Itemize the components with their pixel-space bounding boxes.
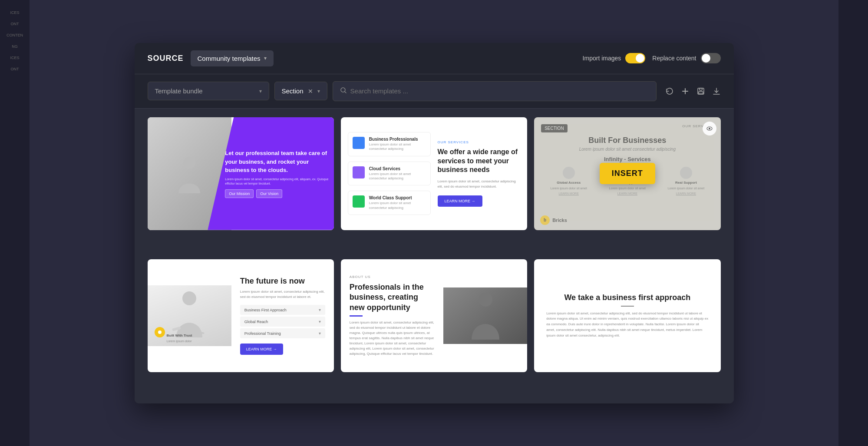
svg-rect-5	[700, 88, 702, 90]
side-panel-left: ICES ONT CONTEN NG ICES ONT	[0, 0, 30, 446]
accordion-label-3: Professional Training	[244, 331, 281, 336]
template-card-4[interactable]: Built With Trust Lorem ipsum dolor The f…	[148, 259, 334, 372]
template-card-1[interactable]: Let our professional team take care of y…	[148, 117, 334, 230]
import-images-label: Import images	[583, 55, 621, 62]
accordion-item-1[interactable]: Business First Approach ▾	[240, 305, 325, 315]
svg-point-11	[709, 128, 710, 129]
template-bundle-dropdown[interactable]: Template bundle ▾	[148, 82, 269, 100]
card-1-vision-btn[interactable]: Our Vision	[256, 189, 282, 198]
section-filter-label: Section	[282, 87, 304, 95]
card-6-heading: We take a business first approach	[564, 293, 690, 302]
section-filter-chevron: ▾	[317, 88, 320, 94]
side-item-5: ICES	[0, 54, 30, 62]
chevron-down-icon: ▾	[264, 55, 267, 61]
template-card-2[interactable]: Business Professionals Lorem ipsum dolor…	[341, 117, 527, 230]
card-2-heading: We offer a wide range of services to mee…	[438, 148, 521, 175]
template-modal: SOURCE Community templates ▾ Import imag…	[135, 43, 734, 403]
accordion-label-2: Global Reach	[244, 320, 268, 324]
accordion-arrow-1: ▾	[319, 307, 321, 312]
service-text-2: Cloud Services Lorem ipsum dolor sit ame…	[369, 166, 426, 181]
service-icon-1	[353, 137, 365, 149]
service-title-2: Cloud Services	[369, 166, 426, 171]
header-left: SOURCE Community templates ▾	[148, 50, 274, 66]
replace-content-toggle[interactable]	[701, 53, 721, 63]
search-input[interactable]	[350, 87, 649, 95]
template-grid: Let our professional team take care of y…	[135, 109, 734, 403]
card-1-tagline: Let our professional team take care of y…	[225, 149, 330, 185]
card-4-accordion: Business First Approach ▾ Global Reach ▾…	[240, 305, 325, 338]
template-bundle-chevron: ▾	[259, 88, 262, 94]
service-text-1: Business Professionals Lorem ipsum dolor…	[369, 137, 426, 152]
import-images-toggle[interactable]	[625, 53, 645, 63]
toolbar-icons	[665, 87, 721, 96]
card-4-content: The future is now Lorem ipsum dolor sit …	[231, 268, 334, 363]
card-5-divider	[350, 315, 363, 317]
search-icon	[340, 87, 347, 96]
side-item-4: NG	[0, 43, 30, 50]
add-icon[interactable]	[681, 87, 690, 96]
service-desc-2: Lorem ipsum dolor sit amet consectetur a…	[369, 172, 426, 181]
svg-point-16	[479, 293, 492, 307]
source-label: SOURCE	[148, 54, 184, 63]
template-card-5[interactable]: ABOUT US Professionals in the business, …	[341, 259, 527, 372]
accordion-label-1: Business First Approach	[244, 308, 287, 312]
service-title-1: Business Professionals	[369, 137, 426, 142]
card-1-content: Let our professional team take care of y…	[148, 117, 334, 230]
import-images-toggle-group: Import images	[583, 53, 646, 63]
accordion-item-3[interactable]: Professional Training ▾	[240, 328, 325, 338]
service-item-2: Cloud Services Lorem ipsum dolor sit ame…	[348, 162, 431, 186]
side-panel-right	[838, 0, 868, 446]
service-icon-3	[353, 195, 365, 208]
refresh-icon[interactable]	[665, 87, 674, 96]
eye-preview-button[interactable]	[703, 122, 716, 135]
service-desc-1: Lorem ipsum dolor sit amet consectetur a…	[369, 142, 426, 152]
community-dropdown-label: Community templates	[198, 55, 261, 62]
service-icon-2	[353, 166, 365, 178]
svg-line-1	[345, 92, 346, 93]
section-filter-clear[interactable]: ✕	[307, 88, 314, 95]
section-filter-tag[interactable]: Section ✕ ▾	[274, 82, 327, 100]
template-card-6[interactable]: We take a business first approach Lorem …	[534, 259, 720, 372]
card-4-cta[interactable]: LEARN MORE →	[240, 344, 283, 355]
accordion-arrow-2: ▾	[319, 319, 321, 324]
card-5-heading: Professionals in the business, creating …	[350, 282, 435, 313]
side-item-3: CONTEN	[0, 31, 30, 39]
card-2-services-list: Business Professionals Lorem ipsum dolor…	[348, 132, 431, 215]
community-dropdown-button[interactable]: Community templates ▾	[191, 50, 274, 66]
filter-bar: Template bundle ▾ Section ✕ ▾	[135, 74, 734, 109]
insert-overlay: INSERT	[534, 117, 720, 230]
svg-rect-6	[699, 92, 703, 94]
svg-point-12	[182, 291, 196, 305]
card-5-photo	[443, 287, 527, 344]
card-1-buttons: Our Mission Our Vision	[225, 189, 330, 198]
card-2-right: OUR SERVICES We offer a wide range of se…	[438, 140, 521, 207]
side-item-1: ICES	[0, 9, 30, 17]
card-2-body: Lorem ipsum dolor sit amet, consectetur …	[438, 179, 521, 189]
header-right: Import images Replace content	[583, 53, 721, 63]
service-title-3: World Class Support	[369, 195, 426, 200]
service-item-3: World Class Support Lorem ipsum dolor si…	[348, 191, 431, 215]
card-4-photo: Built With Trust Lorem ipsum dolor	[148, 285, 231, 346]
template-card-3[interactable]: SECTION OUR SERVICES Built For Businesse…	[534, 117, 720, 230]
card-6-divider	[621, 306, 634, 307]
insert-button[interactable]: INSERT	[600, 163, 655, 184]
card-5-body: Lorem ipsum dolor sit amet, consectetur …	[350, 320, 435, 357]
card-2-tag: OUR SERVICES	[438, 140, 521, 144]
accordion-arrow-3: ▾	[319, 331, 321, 336]
template-bundle-label: Template bundle	[155, 87, 203, 95]
save-icon[interactable]	[696, 87, 705, 96]
service-text-3: World Class Support Lorem ipsum dolor si…	[369, 195, 426, 210]
toggle-knob	[636, 54, 644, 63]
modal-header: SOURCE Community templates ▾ Import imag…	[135, 43, 734, 74]
card-4-body: Lorem ipsum dolor sit amet, consectetur …	[240, 289, 325, 300]
card-5-content: ABOUT US Professionals in the business, …	[341, 266, 443, 365]
outer-wrapper: ICES ONT CONTEN NG ICES ONT SOURCE Commu…	[0, 0, 868, 446]
toggle-knob-2	[702, 54, 710, 63]
download-icon[interactable]	[712, 87, 721, 96]
card-5-tag: ABOUT US	[350, 275, 435, 279]
card-2-cta[interactable]: LEARN MORE →	[438, 195, 482, 207]
replace-content-label: Replace content	[652, 55, 696, 62]
card-1-mission-btn[interactable]: Our Mission	[225, 189, 254, 198]
accordion-item-2[interactable]: Global Reach ▾	[240, 317, 325, 327]
svg-point-15	[158, 330, 162, 334]
